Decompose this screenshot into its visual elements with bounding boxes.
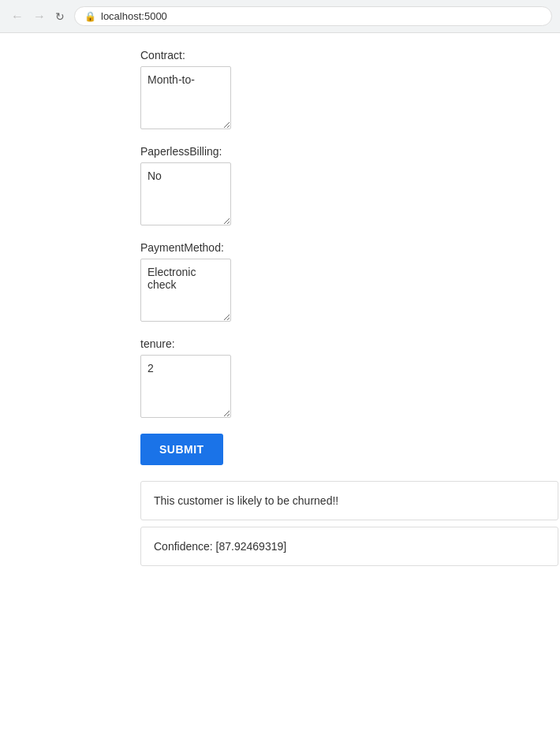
tenure-label: tenure: — [140, 337, 536, 350]
payment-method-label: PaymentMethod: — [140, 241, 536, 254]
churn-result-box: This customer is likely to be churned!! — [140, 481, 558, 520]
paperless-billing-input[interactable] — [140, 162, 231, 225]
forward-icon: → — [33, 9, 46, 23]
nav-buttons: ← → ↻ — [8, 8, 68, 25]
payment-method-group: PaymentMethod: — [140, 241, 536, 322]
refresh-button[interactable]: ↻ — [52, 9, 68, 24]
refresh-icon: ↻ — [55, 10, 65, 23]
contract-input[interactable] — [140, 66, 231, 129]
url-text: localhost:5000 — [101, 10, 167, 22]
submit-button[interactable]: SUBMIT — [140, 434, 223, 465]
paperless-billing-group: PaperlessBilling: — [140, 145, 536, 225]
paperless-billing-label: PaperlessBilling: — [140, 145, 536, 158]
tenure-group: tenure: — [140, 337, 536, 418]
back-button[interactable]: ← — [8, 8, 27, 25]
confidence-result-box: Confidence: [87.92469319] — [140, 527, 558, 566]
contract-group: Contract: — [140, 49, 536, 129]
page-content: Contract: PaperlessBilling: PaymentMetho… — [0, 33, 560, 734]
address-bar[interactable]: 🔒 localhost:5000 — [74, 6, 552, 26]
tenure-input[interactable] — [140, 355, 231, 418]
browser-toolbar: ← → ↻ 🔒 localhost:5000 — [0, 0, 560, 33]
payment-method-input[interactable] — [140, 259, 231, 322]
back-icon: ← — [11, 9, 24, 23]
lock-icon: 🔒 — [84, 11, 96, 22]
forward-button[interactable]: → — [30, 8, 49, 25]
contract-label: Contract: — [140, 49, 536, 61]
confidence-result-text: Confidence: [87.92469319] — [154, 540, 286, 553]
churn-result-text: This customer is likely to be churned!! — [154, 494, 338, 507]
